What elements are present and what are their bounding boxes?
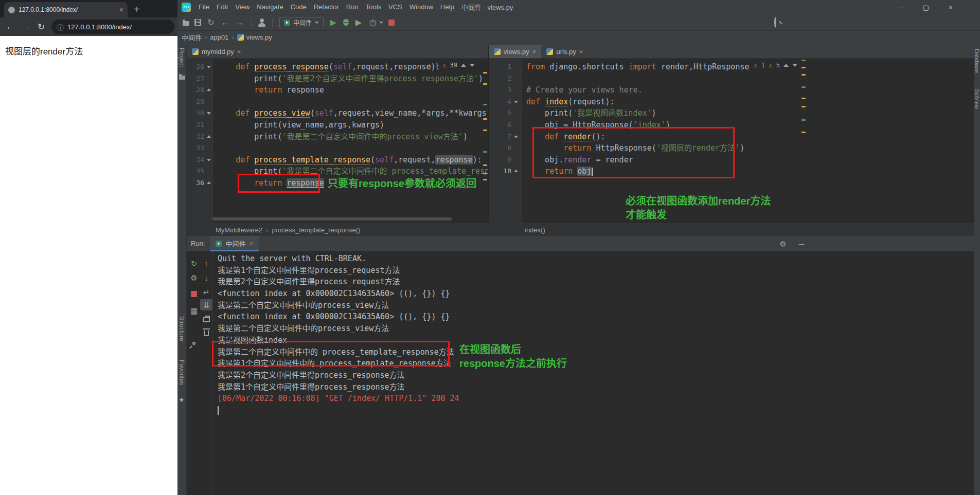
- favorites-star-icon[interactable]: ★: [179, 396, 185, 404]
- fold-up-icon[interactable]: [207, 135, 211, 138]
- save-all-icon[interactable]: [194, 19, 201, 26]
- tab-mymidd-py[interactable]: mymidd.py×: [187, 45, 246, 58]
- run-tab-close-icon[interactable]: ×: [249, 240, 253, 247]
- sidebar-item-sciview[interactable]: SciView: [974, 89, 980, 109]
- code-editor-views[interactable]: 1from django.shortcuts import render,Htt…: [489, 59, 807, 223]
- stripe-mark[interactable]: [483, 104, 487, 105]
- browser-tab[interactable]: 127.0.0.1:8000/index/ ×: [4, 2, 128, 17]
- stripe-mark[interactable]: [801, 60, 806, 61]
- prev-warning-icon[interactable]: [461, 64, 466, 67]
- profiler-icon[interactable]: ◷: [368, 19, 383, 27]
- run-icon[interactable]: ▶: [329, 19, 338, 27]
- nav-right[interactable]: index(): [525, 223, 545, 236]
- sync-icon[interactable]: ↻: [206, 19, 216, 27]
- reload-icon[interactable]: ↻: [34, 22, 48, 32]
- soft-wrap-icon[interactable]: ↵: [200, 286, 212, 298]
- sidebar-item-project[interactable]: Project: [178, 48, 185, 67]
- rerun-icon[interactable]: ↻: [188, 258, 200, 269]
- stripe-mark[interactable]: [801, 132, 806, 133]
- sidebar-item-structure[interactable]: Structure: [178, 316, 185, 341]
- maximize-button[interactable]: ▢: [922, 4, 930, 11]
- menu-view[interactable]: View: [231, 3, 253, 11]
- inspection-widget[interactable]: ⚠1⚠39: [427, 61, 475, 69]
- next-warning-icon[interactable]: [470, 64, 475, 67]
- stripe-mark[interactable]: [483, 151, 487, 153]
- stop-icon[interactable]: [188, 288, 200, 300]
- stop-icon[interactable]: [388, 20, 395, 26]
- settings-wrench-icon[interactable]: ⚙: [188, 272, 200, 283]
- fold-down-icon[interactable]: [207, 112, 211, 115]
- tab-views-py[interactable]: views.py×: [489, 45, 541, 58]
- nav-left[interactable]: MyMiddleware2 › process_template_respons…: [216, 223, 360, 236]
- stripe-mark[interactable]: [483, 72, 487, 74]
- fold-down-icon[interactable]: [514, 136, 518, 138]
- stripe-mark[interactable]: [483, 164, 487, 166]
- fold-up-icon[interactable]: [207, 88, 211, 91]
- next-warning-icon[interactable]: [792, 64, 797, 67]
- close-button[interactable]: ×: [947, 4, 954, 11]
- menu-run[interactable]: Run: [343, 3, 362, 11]
- site-info-icon[interactable]: ⓘ: [57, 22, 64, 32]
- stripe-mark[interactable]: [801, 67, 806, 68]
- inspection-widget[interactable]: ⚠1⚠5: [754, 61, 797, 69]
- stripe-mark[interactable]: [801, 98, 806, 99]
- stripe-mark[interactable]: [801, 119, 806, 121]
- scroll-to-end-icon[interactable]: ⇊: [200, 299, 212, 310]
- print-icon[interactable]: [200, 313, 212, 324]
- run-config-combo[interactable]: 中间件: [279, 17, 324, 28]
- fold-down-icon[interactable]: [207, 159, 211, 161]
- fold-up-icon[interactable]: [207, 181, 211, 184]
- fold-down-icon[interactable]: [514, 101, 518, 103]
- open-icon[interactable]: [183, 20, 189, 26]
- tab-close-icon[interactable]: ×: [237, 48, 241, 56]
- down-stack-icon[interactable]: ↓: [200, 272, 212, 283]
- menu-tools[interactable]: Tools: [362, 3, 385, 11]
- debug-icon[interactable]: [343, 19, 349, 26]
- settings-gear-icon[interactable]: ⚙: [778, 240, 788, 248]
- back-icon[interactable]: ←: [221, 19, 230, 27]
- hide-panel-icon[interactable]: ─: [797, 240, 806, 248]
- pin-icon[interactable]: [188, 338, 200, 349]
- stripe-mark[interactable]: [483, 130, 487, 131]
- sidebar-item-database[interactable]: Database: [974, 49, 980, 73]
- prev-warning-icon[interactable]: [783, 64, 789, 67]
- fold-down-icon[interactable]: [207, 66, 211, 68]
- tab-close-icon[interactable]: ×: [532, 48, 537, 56]
- layout-grid-icon[interactable]: ▦: [188, 305, 200, 316]
- menu-edit[interactable]: Edit: [213, 3, 231, 11]
- breadcrumb-item-1[interactable]: 中间件: [182, 32, 202, 42]
- menu-refactor[interactable]: Refactor: [310, 3, 343, 11]
- menu-help[interactable]: Help: [437, 3, 458, 11]
- stripe-mark[interactable]: [801, 86, 806, 88]
- search-everywhere-icon[interactable]: [774, 18, 777, 27]
- minimize-button[interactable]: –: [898, 4, 905, 11]
- menu-file[interactable]: File: [195, 3, 213, 11]
- menu-code[interactable]: Code: [287, 3, 310, 11]
- breadcrumb-item-3[interactable]: views.py: [237, 33, 272, 41]
- horizontal-scrollbar[interactable]: [212, 217, 452, 221]
- tab-close-icon[interactable]: ×: [579, 48, 583, 56]
- sidebar-item-favorites[interactable]: Favorites: [178, 360, 185, 385]
- tab-close-icon[interactable]: ×: [119, 6, 123, 14]
- project-icon[interactable]: [179, 76, 185, 80]
- tab-urls-py[interactable]: urls.py×: [541, 45, 588, 58]
- forward-icon[interactable]: →: [235, 19, 244, 27]
- fold-up-icon[interactable]: [514, 170, 518, 172]
- back-icon[interactable]: ←: [3, 22, 17, 32]
- stripe-mark[interactable]: [483, 83, 487, 85]
- menu-vcs[interactable]: VCS: [385, 3, 406, 11]
- clear-all-icon[interactable]: [200, 327, 212, 338]
- stripe-mark[interactable]: [801, 74, 806, 76]
- console-output[interactable]: Quit the server with CTRL-BREAK.我是第1个自定义…: [218, 251, 974, 495]
- stripe-mark[interactable]: [483, 173, 487, 174]
- run-tab[interactable]: 中间件 ×: [210, 236, 259, 251]
- breadcrumb-item-2[interactable]: app01: [210, 33, 228, 41]
- stripe-mark[interactable]: [483, 118, 487, 120]
- menu-navigate[interactable]: Navigate: [253, 3, 287, 11]
- stripe-mark[interactable]: [801, 106, 806, 107]
- menu-window[interactable]: Window: [406, 3, 437, 11]
- code-editor-mymidd[interactable]: 26 def process_response(self,request,res…: [187, 59, 488, 223]
- address-bar[interactable]: ⓘ 127.0.0.1:8000/index/: [51, 20, 174, 34]
- up-stack-icon[interactable]: ↑: [200, 258, 212, 269]
- stripe-mark[interactable]: [483, 179, 487, 180]
